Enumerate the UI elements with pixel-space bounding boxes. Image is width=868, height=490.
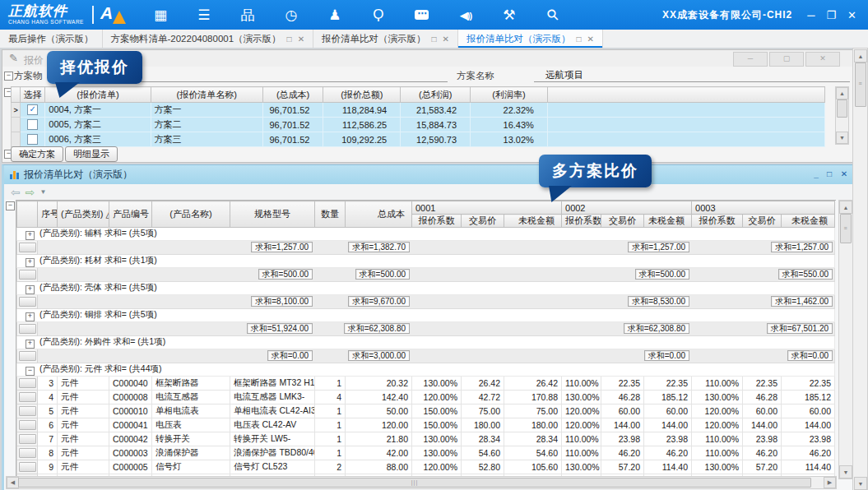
- category-group-row[interactable]: +(产品类别): 外购件 求和= (共1项): [17, 336, 835, 349]
- row-selector[interactable]: [19, 434, 36, 444]
- detail-row[interactable]: 8元件C000003浪涌保护器浪涌保护器 TBD80/400142.00130.…: [17, 446, 835, 460]
- column-header[interactable]: 报价系数: [412, 215, 462, 228]
- tab-close-icon[interactable]: ✕: [443, 35, 449, 44]
- minimize-icon[interactable]: ─: [807, 10, 815, 21]
- scroll-down-icon[interactable]: ▼: [839, 465, 852, 478]
- tab-0[interactable]: 最后操作（演示版）: [0, 30, 103, 48]
- plan-name-underline[interactable]: [534, 81, 850, 82]
- quote-group-header[interactable]: 0001: [412, 201, 562, 215]
- column-header[interactable]: 数量: [315, 201, 346, 228]
- select-checkbox[interactable]: [27, 119, 38, 130]
- column-header[interactable]: 序号: [38, 201, 58, 228]
- column-header[interactable]: 未税金额: [644, 215, 692, 228]
- column-header[interactable]: 报价系数: [562, 215, 601, 228]
- column-header[interactable]: (报价清单名称): [151, 87, 262, 103]
- quote-group-header[interactable]: 0002: [562, 201, 692, 215]
- tab-restore-icon[interactable]: □: [287, 35, 292, 44]
- row-selector[interactable]: [19, 448, 36, 458]
- quote-row[interactable]: > ✓ 0004, 方案一 方案一 96,701.52 118,284.94 2…: [12, 103, 825, 118]
- scroll-up-icon[interactable]: ▲: [836, 87, 848, 99]
- column-header[interactable]: (报价总额): [323, 87, 401, 103]
- orgchart-icon[interactable]: 品: [237, 6, 258, 24]
- forward-icon[interactable]: ⇨: [26, 187, 35, 198]
- detail-display-button[interactable]: 明细显示: [65, 146, 118, 162]
- column-header[interactable]: (总成本): [262, 87, 323, 103]
- list-icon[interactable]: ☰: [193, 6, 215, 24]
- compare-table-vscrollbar[interactable]: ▲ ≡ ▼: [838, 200, 853, 479]
- search-icon[interactable]: ⚲: [539, 1, 567, 29]
- quote-table-vscrollbar[interactable]: ▲ ▼: [835, 86, 849, 145]
- panel-close-icon[interactable]: ✕: [838, 169, 850, 180]
- category-group-row[interactable]: −(产品类别): 元件 求和= (共44项): [17, 363, 835, 377]
- expand-icon[interactable]: +: [26, 231, 35, 240]
- column-header[interactable]: 未税金额: [504, 215, 562, 228]
- tools-icon[interactable]: ⚒: [499, 6, 520, 24]
- row-selector[interactable]: [19, 392, 36, 402]
- tab-restore-icon[interactable]: □: [432, 35, 437, 44]
- category-group-row[interactable]: +(产品类别): 壳体 求和= (共5项): [17, 282, 835, 295]
- scroll-thumb[interactable]: ≡: [855, 62, 866, 107]
- quote-group-header[interactable]: 0003: [692, 201, 835, 215]
- column-header[interactable]: 交易价: [462, 215, 504, 228]
- scroll-thumb[interactable]: [837, 99, 847, 118]
- collapse-icon[interactable]: −: [26, 367, 35, 376]
- row-selector[interactable]: [19, 378, 36, 388]
- close-icon[interactable]: ✕: [847, 10, 856, 21]
- row-selector[interactable]: [19, 406, 36, 416]
- collapse-toggle[interactable]: −: [6, 201, 15, 210]
- tab-3[interactable]: 报价清单比对（演示版）□✕: [458, 30, 603, 48]
- panel-maximize-icon[interactable]: □: [824, 169, 835, 180]
- sound-icon[interactable]: ◀)): [455, 6, 476, 24]
- select-checkbox[interactable]: [27, 134, 38, 145]
- row-selector[interactable]: [19, 270, 36, 280]
- column-header[interactable]: 未税金额: [782, 215, 835, 228]
- idea-icon[interactable]: Ϙ: [368, 6, 389, 24]
- row-selector[interactable]: [19, 462, 36, 472]
- column-header[interactable]: 报价系数: [692, 215, 743, 228]
- select-checkbox[interactable]: ✓: [27, 104, 38, 115]
- detail-row[interactable]: 9元件C000005信号灯信号灯 CL523288.00120.00%52.80…: [17, 460, 835, 474]
- scroll-down-icon[interactable]: ▼: [836, 132, 848, 144]
- detail-row[interactable]: 3元件C000040框架断路器框架断路器 MT32 H1 4P F120.321…: [17, 377, 835, 391]
- column-header[interactable]: 选择: [21, 87, 45, 103]
- tab-2[interactable]: 报价清单比对（演示版）□✕: [313, 30, 458, 48]
- compare-table-hscrollbar[interactable]: ◀ ||| ▶: [6, 476, 837, 489]
- detail-row[interactable]: 6元件C000041电压表电压表 CL42-AV1120.00150.00%18…: [17, 418, 835, 432]
- category-group-row[interactable]: +(产品类别): 耗材 求和= (共1项): [17, 255, 835, 268]
- expand-icon[interactable]: +: [26, 258, 35, 267]
- column-header[interactable]: 交易价: [743, 215, 782, 228]
- column-header[interactable]: 总成本: [346, 201, 412, 228]
- workspace-vscrollbar[interactable]: ▲ ≡ ▼: [852, 48, 868, 490]
- row-selector[interactable]: [19, 324, 36, 334]
- row-selector[interactable]: [19, 297, 36, 307]
- column-header[interactable]: (产品类别) △: [58, 201, 109, 228]
- user-icon[interactable]: ♟: [324, 6, 346, 24]
- detail-row[interactable]: 7元件C000042转换开关转换开关 LW5-121.80130.00%28.3…: [17, 432, 835, 446]
- collapse-toggle[interactable]: −: [4, 72, 13, 81]
- column-header[interactable]: (总利润): [401, 87, 471, 103]
- column-header[interactable]: (利润率): [471, 87, 548, 103]
- category-group-row[interactable]: +(产品类别): 铜排 求和= (共5项): [17, 309, 835, 322]
- maximize-icon[interactable]: ❐: [826, 10, 836, 21]
- row-selector[interactable]: [19, 351, 36, 361]
- scroll-thumb[interactable]: ≡: [840, 214, 852, 243]
- column-header[interactable]: 产品编号: [109, 201, 152, 228]
- column-header[interactable]: 交易价: [601, 215, 644, 228]
- message-icon[interactable]: ⋯: [411, 6, 433, 24]
- tab-close-icon[interactable]: ✕: [587, 35, 594, 44]
- panel-minimize-icon[interactable]: ─: [733, 52, 768, 67]
- history-dropdown-icon[interactable]: ▼: [39, 188, 46, 196]
- column-header[interactable]: 规格型号: [230, 201, 315, 228]
- expand-icon[interactable]: +: [26, 285, 35, 294]
- scroll-thumb[interactable]: |||: [18, 478, 811, 488]
- detail-row[interactable]: 5元件C000010单相电流表单相电流表 CL42-AI3150.00150.0…: [17, 404, 835, 418]
- quote-row[interactable]: 0005, 方案二 方案二 96,701.52 112,586.25 15,88…: [12, 118, 825, 132]
- expand-icon[interactable]: +: [26, 340, 35, 349]
- scroll-down-icon[interactable]: ▼: [854, 477, 867, 490]
- row-selector[interactable]: [19, 243, 36, 252]
- panel-maximize-icon[interactable]: ▢: [769, 52, 804, 67]
- panel-minimize-icon[interactable]: _: [810, 169, 822, 180]
- back-icon[interactable]: ⇦: [11, 187, 21, 198]
- scroll-up-icon[interactable]: ▲: [854, 49, 867, 62]
- quote-row[interactable]: 0006, 方案三 方案三 96,701.52 109,292.25 12,59…: [12, 132, 825, 147]
